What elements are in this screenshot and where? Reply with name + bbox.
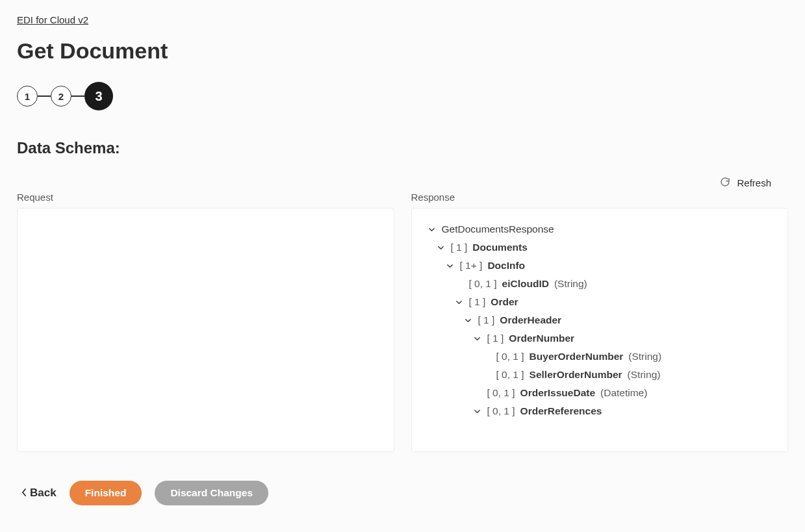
cardinality: [ 1 ]	[478, 314, 495, 326]
node-type: (Datetime)	[600, 387, 647, 399]
node-name: GetDocumentsResponse	[442, 223, 554, 235]
back-label: Back	[30, 487, 57, 500]
chevron-down-icon[interactable]	[455, 299, 464, 306]
node-type: (String)	[628, 369, 661, 381]
tree-node: [ 0, 1 ] SellerOrderNumber (String)	[428, 366, 773, 384]
refresh-icon	[720, 177, 730, 189]
cardinality: [ 0, 1 ]	[469, 278, 497, 290]
tree-node[interactable]: [ 1 ] OrderHeader	[428, 311, 773, 329]
tree-node: [ 0, 1 ] eiCloudID (String)	[428, 275, 773, 293]
chevron-down-icon[interactable]	[428, 226, 437, 233]
tree-node: [ 0, 1 ] BuyerOrderNumber (String)	[428, 348, 773, 366]
response-panel[interactable]: GetDocumentsResponse[ 1 ] Documents[ 1+ …	[411, 208, 789, 452]
chevron-down-icon[interactable]	[473, 408, 482, 415]
tree-node[interactable]: [ 1 ] Order	[428, 293, 773, 311]
tree-node[interactable]: [ 1 ] OrderNumber	[428, 329, 773, 348]
step-2[interactable]: 2	[51, 86, 71, 107]
stepper: 123	[17, 82, 788, 110]
tree-node[interactable]: [ 0, 1 ] OrderReferences	[428, 402, 773, 420]
tree-node: [ 0, 1 ] OrderIssueDate (Datetime)	[428, 384, 773, 402]
node-name: DocInfo	[487, 260, 525, 272]
request-panel	[17, 208, 394, 452]
cardinality: [ 1 ]	[469, 296, 486, 308]
cardinality: [ 1+ ]	[460, 260, 483, 272]
request-label: Request	[17, 192, 394, 203]
refresh-button[interactable]: Refresh	[17, 177, 788, 189]
tree-node[interactable]: GetDocumentsResponse	[428, 220, 773, 238]
page-title: Get Document	[17, 38, 788, 64]
cardinality: [ 1 ]	[451, 242, 468, 253]
step-connector	[71, 95, 84, 97]
node-name: Documents	[472, 242, 527, 253]
chevron-left-icon	[21, 487, 27, 500]
step-connector	[38, 95, 51, 97]
chevron-down-icon[interactable]	[446, 262, 455, 270]
cardinality: [ 0, 1 ]	[487, 405, 515, 417]
discard-button[interactable]: Discard Changes	[155, 481, 268, 505]
chevron-down-icon[interactable]	[473, 335, 482, 342]
node-name: BuyerOrderNumber	[530, 351, 624, 362]
node-name: OrderHeader	[500, 314, 561, 326]
finished-button[interactable]: Finished	[70, 481, 142, 505]
chevron-down-icon[interactable]	[464, 317, 473, 324]
step-1[interactable]: 1	[17, 86, 38, 107]
node-name: SellerOrderNumber	[530, 369, 622, 381]
cardinality: [ 0, 1 ]	[496, 369, 524, 381]
chevron-down-icon[interactable]	[437, 244, 446, 251]
node-type: (String)	[628, 351, 661, 362]
cardinality: [ 0, 1 ]	[487, 387, 515, 399]
cardinality: [ 0, 1 ]	[496, 351, 524, 362]
step-3[interactable]: 3	[84, 82, 113, 110]
node-name: OrderIssueDate	[520, 387, 595, 399]
node-type: (String)	[554, 278, 587, 290]
node-name: Order	[491, 296, 518, 308]
response-label: Response	[411, 192, 789, 203]
breadcrumb[interactable]: EDI for Cloud v2	[17, 14, 88, 25]
node-name: OrderNumber	[509, 333, 574, 344]
refresh-label: Refresh	[737, 177, 771, 188]
node-name: eiCloudID	[502, 278, 549, 290]
tree-node[interactable]: [ 1+ ] DocInfo	[428, 257, 773, 275]
node-name: OrderReferences	[520, 405, 602, 417]
cardinality: [ 1 ]	[487, 333, 504, 344]
tree-node[interactable]: [ 1 ] Documents	[428, 238, 773, 257]
back-button[interactable]: Back	[21, 487, 57, 500]
section-title: Data Schema:	[17, 139, 788, 157]
